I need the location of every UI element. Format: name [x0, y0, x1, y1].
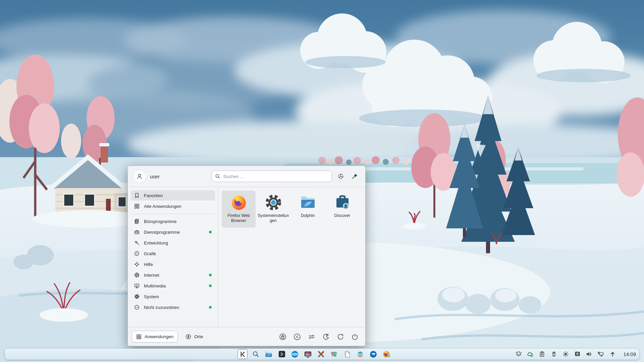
- taskbar-apps: [237, 349, 391, 360]
- sleep-moon-icon: [322, 333, 330, 341]
- notifications-bell-icon[interactable]: [515, 350, 522, 358]
- thunderbird-button[interactable]: [368, 349, 378, 359]
- lock-icon: [279, 333, 286, 341]
- system-tray: 14:09: [515, 349, 636, 360]
- app-dolphin[interactable]: Dolphin: [291, 191, 325, 228]
- sidebar-item-internet[interactable]: Internet: [131, 270, 215, 280]
- system-settings-gear-icon: [265, 194, 282, 211]
- switch-user-button[interactable]: [307, 332, 316, 341]
- firefox-taskbar-button[interactable]: [381, 349, 391, 359]
- lock-button[interactable]: [278, 332, 287, 341]
- sidebar-label: Entwicklung: [144, 240, 168, 245]
- user-avatar[interactable]: [133, 170, 146, 183]
- blue-folder-icon: [299, 194, 317, 211]
- app-label: Firefox Web Browser: [223, 213, 255, 223]
- search-input[interactable]: [223, 174, 328, 179]
- app-discover[interactable]: Discover: [325, 191, 359, 228]
- sidebar-item-hilfe[interactable]: Hilfe: [131, 259, 215, 269]
- sidebar-item-multimedia[interactable]: Multimedia: [131, 281, 215, 291]
- app-label: Dolphin: [292, 213, 324, 218]
- restart-button[interactable]: [336, 332, 345, 341]
- bag-download-icon: [334, 194, 351, 211]
- sidebar-item-nicht-zuzuordnen[interactable]: Nicht zuzuordnen: [131, 302, 215, 312]
- sidebar-label: System: [144, 294, 159, 299]
- document-icon: [343, 350, 351, 358]
- sidebar-label: Favoriten: [144, 193, 163, 198]
- search-field[interactable]: [212, 171, 332, 182]
- tab-label: Anwendungen: [145, 334, 173, 339]
- user-name: user: [150, 174, 160, 179]
- sidebar-label: Alle Anwendungen: [144, 204, 181, 209]
- kde-utility-icon[interactable]: [574, 350, 581, 358]
- sidebar-label: Internet: [144, 273, 159, 278]
- favorites-grid: Firefox Web Browser Systemeinstellungen …: [218, 187, 365, 327]
- spectacle-button[interactable]: [303, 349, 313, 359]
- konsole-button[interactable]: [277, 349, 287, 359]
- sidebar-label: Multimedia: [144, 283, 166, 288]
- sidebar-item-dienstprogramme[interactable]: Dienstprogramme: [131, 227, 215, 237]
- shutdown-button[interactable]: [351, 332, 359, 341]
- digital-clock[interactable]: 14:09: [623, 351, 636, 357]
- configure-button[interactable]: [336, 171, 346, 181]
- sleep-button[interactable]: [322, 332, 330, 341]
- pin-button[interactable]: [350, 171, 360, 181]
- logout-icon: [293, 333, 301, 341]
- monitor-play-icon: [134, 283, 140, 288]
- dolphin-taskbar-button[interactable]: [264, 349, 274, 359]
- compass-icon: [185, 334, 191, 340]
- tab-label: Orte: [194, 334, 203, 339]
- search-icon: [252, 350, 260, 358]
- kde-logo-icon: [239, 351, 246, 358]
- sidebar-item-alle-anwendungen[interactable]: Alle Anwendungen: [131, 201, 215, 211]
- gear-icon: [134, 294, 140, 299]
- libreoffice-button[interactable]: [342, 349, 352, 359]
- sidebar-label: Nicht zuzuordnen: [144, 305, 179, 310]
- panel-up-arrow-icon[interactable]: [609, 350, 616, 358]
- desktop: { "launcher": { "user_name": "user", "se…: [0, 0, 644, 362]
- sidebar-item-favoriten[interactable]: Favoriten: [131, 190, 215, 200]
- nextcloud-button[interactable]: [290, 349, 300, 359]
- logout-button[interactable]: [293, 332, 302, 341]
- grid-icon: [134, 203, 140, 209]
- brightness-sun-icon[interactable]: [562, 350, 569, 358]
- sidebar-item-entwicklung[interactable]: Entwicklung: [131, 238, 215, 248]
- app-firefox[interactable]: Firefox Web Browser: [222, 191, 256, 228]
- removable-device-icon[interactable]: [550, 350, 557, 358]
- cloud-sync-icon[interactable]: [527, 350, 534, 358]
- bookmark-icon: [134, 193, 140, 198]
- playing-cards-icon: [330, 350, 338, 358]
- xournalpp-button[interactable]: [316, 349, 326, 359]
- sidebar-item-grafik[interactable]: Grafik: [131, 248, 215, 259]
- configure-gear-icon: [337, 173, 344, 180]
- tab-anwendungen[interactable]: Anwendungen: [132, 331, 178, 343]
- circle-ellipsis-icon: [134, 305, 140, 310]
- running-indicator-dot: [209, 306, 212, 309]
- office-documents-icon: [134, 219, 140, 224]
- sidebar-item-bueroprogramme[interactable]: Büroprogramme: [131, 216, 215, 226]
- sidebar-label: Hilfe: [144, 262, 153, 267]
- restart-icon: [337, 333, 344, 341]
- sidebar-label: Büroprogramme: [144, 219, 177, 224]
- kickoff-launcher-button[interactable]: [237, 349, 248, 359]
- running-indicator-dot: [209, 274, 212, 276]
- volume-icon[interactable]: [585, 350, 593, 358]
- tab-orte[interactable]: Orte: [181, 331, 207, 343]
- sidebar-label: Grafik: [144, 251, 156, 256]
- layers-app-button[interactable]: [355, 349, 365, 359]
- app-systemeinstellungen[interactable]: Systemeinstellungen: [256, 191, 290, 228]
- running-indicator-dot: [209, 231, 212, 233]
- x-pen-icon: [317, 350, 325, 358]
- sidebar-label: Dienstprogramme: [144, 230, 180, 235]
- kpatience-button[interactable]: [329, 349, 339, 359]
- application-launcher-menu: user: [127, 166, 366, 346]
- sidebar-item-system[interactable]: System: [131, 291, 215, 302]
- network-icon[interactable]: [597, 350, 604, 358]
- clipboard-icon[interactable]: [538, 350, 546, 358]
- screenshot-monitor-icon: [304, 350, 312, 358]
- switch-user-icon: [308, 333, 316, 341]
- pin-icon: [352, 173, 358, 180]
- krunner-search-button[interactable]: [251, 349, 261, 359]
- launcher-sidebar: Favoriten Alle Anwendungen Büroprogramme: [128, 187, 218, 327]
- search-icon: [215, 174, 220, 179]
- firefox-icon: [382, 350, 391, 358]
